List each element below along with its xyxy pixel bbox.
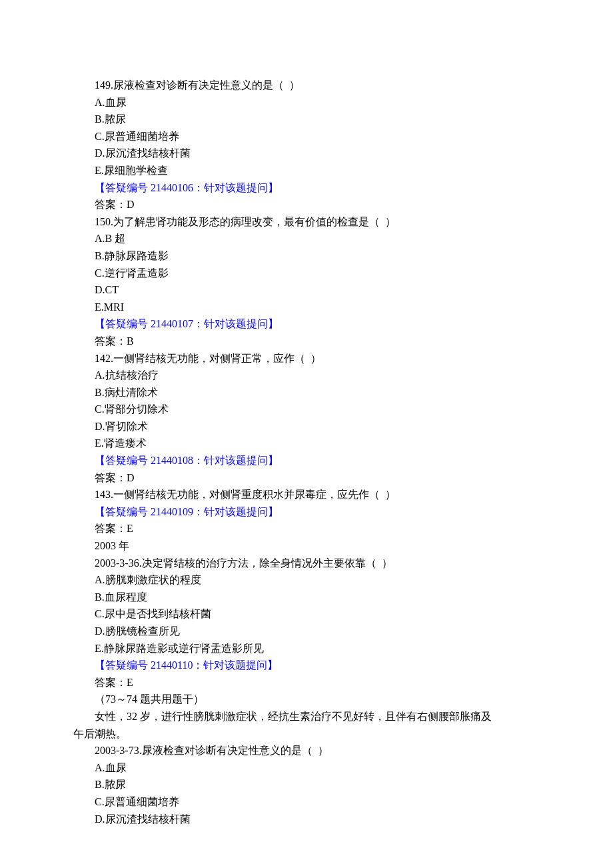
text-line: 2003-3-36.决定肾结核的治疗方法，除全身情况外主要依靠（ ）	[73, 555, 540, 572]
text-line: B.血尿程度	[73, 589, 540, 606]
text-line: A.膀胱刺激症状的程度	[73, 571, 540, 589]
text-line: E.肾造瘘术	[73, 435, 540, 452]
text-line: 2003-3-73.尿液检查对诊断有决定性意义的是（ ）	[73, 742, 540, 759]
text-line: D.尿沉渣找结核杆菌	[73, 811, 540, 828]
text-line: 答案：E	[73, 674, 540, 691]
text-line: C.肾部分切除术	[73, 401, 540, 418]
text-line: 答案：D	[73, 469, 540, 487]
answer-link[interactable]: 【答疑编号 21440106：针对该题提问】	[73, 179, 540, 197]
text-line: （73～74 题共用题干）	[73, 691, 540, 708]
document-page: 149.尿液检查对诊断有决定性意义的是（ ）A.血尿B.脓尿C.尿普通细菌培养D…	[0, 0, 613, 868]
text-line: E.MRI	[73, 299, 540, 316]
answer-link[interactable]: 【答疑编号 21440108：针对该题提问】	[73, 452, 540, 469]
text-line: 143.一侧肾结核无功能，对侧肾重度积水并尿毒症，应先作（ ）	[73, 486, 540, 503]
text-line: 150.为了解患肾功能及形态的病理改变，最有价值的检查是（ ）	[73, 213, 540, 231]
text-line: B.脓尿	[73, 776, 540, 793]
text-line: 午后潮热。	[73, 725, 540, 743]
answer-link[interactable]: 【答疑编号 21440110：针对该题提问】	[73, 657, 540, 674]
text-line: D.肾切除术	[73, 418, 540, 435]
text-line: A.B 超	[73, 230, 540, 247]
text-line: E.静脉尿路造影或逆行肾盂造影所见	[73, 640, 540, 657]
text-line: 女性，32 岁，进行性膀胱刺激症状，经抗生素治疗不见好转，且伴有右侧腰部胀痛及	[73, 708, 540, 725]
text-line: C.尿普通细菌培养	[73, 128, 540, 145]
text-line: C.尿普通细菌培养	[73, 793, 540, 811]
text-line: B.脓尿	[73, 111, 540, 128]
text-line: 2003 年	[73, 537, 540, 555]
text-line: C.逆行肾盂造影	[73, 265, 540, 282]
text-line: A.抗结核治疗	[73, 367, 540, 384]
text-line: 答案：B	[73, 333, 540, 350]
text-line: 答案：E	[73, 520, 540, 537]
text-line: D.CT	[73, 281, 540, 299]
text-line: 答案：D	[73, 196, 540, 213]
answer-link[interactable]: 【答疑编号 21440109：针对该题提问】	[73, 503, 540, 521]
text-line: B.病灶清除术	[73, 384, 540, 401]
text-line: E.尿细胞学检查	[73, 162, 540, 179]
text-line: A.血尿	[73, 94, 540, 111]
text-line: D.膀胱镜检查所见	[73, 623, 540, 640]
text-line: 142.一侧肾结核无功能，对侧肾正常，应作（ ）	[73, 350, 540, 367]
answer-link[interactable]: 【答疑编号 21440107：针对该题提问】	[73, 315, 540, 333]
text-line: D.尿沉渣找结核杆菌	[73, 145, 540, 162]
text-line: 149.尿液检查对诊断有决定性意义的是（ ）	[73, 77, 540, 94]
text-line: C.尿中是否找到结核杆菌	[73, 605, 540, 623]
text-line: A.血尿	[73, 759, 540, 777]
text-line: B.静脉尿路造影	[73, 247, 540, 265]
